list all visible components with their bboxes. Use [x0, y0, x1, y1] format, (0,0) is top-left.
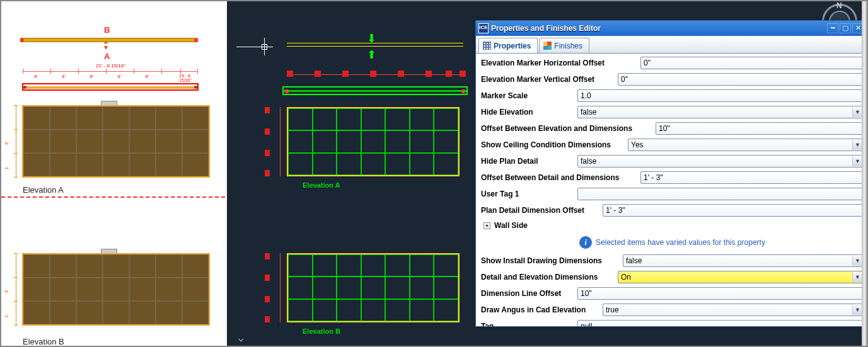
prop-label: Detail and Elevation Dimensions	[481, 273, 618, 282]
wall-side-group-label: Wall Side	[494, 221, 528, 230]
prop-label: Elevation Marker Horizontal Offset	[481, 59, 640, 67]
marker-scale-input[interactable]	[577, 89, 864, 102]
tag-input[interactable]	[577, 320, 864, 326]
dim-text-top: 21' - 8 15/16"	[96, 63, 125, 69]
ucs-icon	[236, 38, 274, 57]
elevation-marker-horizontal-offset-input[interactable]	[640, 57, 864, 69]
elevation-a-label: Elevation A	[23, 185, 64, 195]
properties-panel[interactable]: Elevation Marker Horizontal Offset Eleva…	[476, 54, 866, 326]
elevation-marker-vertical-offset-input[interactable]	[618, 73, 864, 86]
cad-elevation-b-label: Elevation B	[303, 327, 340, 335]
right-resize-handle[interactable]	[862, 1, 867, 347]
prop-label: Offset Between Detail and Dimensions	[481, 173, 640, 182]
prop-label: Plan Detail Dimension Offset	[481, 206, 603, 215]
cad-dimension-line[interactable]	[287, 71, 463, 82]
plan-beam	[20, 38, 198, 42]
marker-b-label: B	[104, 25, 110, 35]
show-ceiling-condition-select[interactable]: Yes▼	[628, 139, 864, 151]
prop-label: Tag	[481, 322, 577, 326]
prop-label: Offset Between Elevation and Dimensions	[481, 124, 656, 133]
section-divider	[1, 196, 225, 198]
window-titlebar[interactable]: ICE Properties and Finishes Editor ━ ▢ ✕	[476, 21, 866, 36]
chevron-down-icon: ▼	[852, 156, 862, 166]
draw-angus-cad-elevation-select[interactable]: true▼	[603, 304, 864, 316]
prop-label: Elevation Marker Vertical Offset	[481, 75, 618, 84]
tab-properties[interactable]: Properties	[478, 38, 538, 53]
prop-label: Show Install Drawing Dimensions	[481, 256, 623, 265]
prop-label: Hide Plan Detail	[481, 157, 577, 166]
marker-a-label: A	[104, 52, 110, 61]
app-icon: ICE	[478, 23, 489, 33]
prop-label: Hide Elevation	[481, 108, 577, 117]
beam-node-right	[194, 38, 198, 42]
viewport-controls-caret-icon[interactable]: ⌵	[238, 333, 243, 343]
maximize-button[interactable]: ▢	[840, 23, 851, 33]
elevation-a-grid[interactable]	[22, 105, 210, 178]
varied-values-info: i Selected items have varied values for …	[481, 232, 864, 253]
tab-finishes[interactable]: Finishes	[539, 38, 589, 53]
minimize-button[interactable]: ━	[827, 23, 838, 33]
expand-button[interactable]: +	[483, 222, 490, 229]
show-install-drawing-dimensions-select[interactable]: false▼	[623, 254, 864, 267]
beam-node-left	[20, 38, 24, 42]
properties-tab-icon	[483, 42, 491, 50]
tab-label: Properties	[494, 42, 531, 50]
elevation-b-grid[interactable]	[22, 253, 210, 326]
plan-row-selected[interactable]	[22, 83, 199, 91]
dimension-line-offset-input[interactable]	[577, 287, 864, 300]
chevron-down-icon: ▼	[852, 140, 862, 150]
offset-detail-dimensions-input[interactable]	[640, 171, 864, 184]
cad-elevation-a-label: Elevation A	[303, 181, 340, 189]
cad-arrow-down-icon: ⬇	[367, 31, 376, 45]
user-tag-1-input[interactable]	[577, 188, 864, 200]
cad-elevation-a-dims[interactable]	[265, 107, 284, 176]
window-title: Properties and Finishes Editor	[491, 24, 826, 33]
chevron-down-icon: ▼	[852, 107, 862, 117]
prop-label: Marker Scale	[481, 91, 577, 100]
prop-label: Show Ceiling Condition Dimensions	[481, 140, 628, 149]
cad-arrow-up-icon: ⬆	[367, 48, 376, 62]
prop-label: User Tag 1	[481, 190, 577, 198]
properties-editor-window: ICE Properties and Finishes Editor ━ ▢ ✕…	[475, 20, 867, 327]
preview-panel: B A ▾ ▾ 21' - 8 15/16" 4' 4' 4' 4' 4' 19…	[1, 1, 227, 346]
cad-elevation-b-grid[interactable]	[287, 253, 460, 322]
tab-label: Finishes	[554, 42, 582, 50]
cad-elevation-b-dims[interactable]	[265, 253, 284, 322]
info-text: Selected items have varied values for th…	[596, 238, 765, 247]
elevation-b-side-dims: 1' 3'	[3, 253, 21, 326]
compass-north-label: N	[836, 1, 842, 10]
prop-label: Dimension Line Offset	[481, 289, 577, 298]
detail-elevation-dimensions-select[interactable]: On▼	[618, 271, 864, 283]
editor-tabstrip: Properties Finishes	[476, 36, 866, 54]
offset-elevation-dimensions-input[interactable]	[656, 122, 864, 135]
cad-plan-row-selected[interactable]	[282, 86, 468, 95]
chevron-down-icon: ▼	[852, 272, 862, 282]
hide-elevation-select[interactable]: false▼	[577, 106, 864, 118]
chevron-down-icon: ▼	[852, 256, 862, 266]
hide-plan-detail-select[interactable]: false▼	[577, 155, 864, 168]
chevron-down-icon: ▼	[852, 305, 862, 315]
cad-elevation-a-grid[interactable]	[287, 107, 460, 176]
finishes-tab-icon	[543, 42, 552, 50]
elevation-a-side-dims: 1' 3'	[3, 105, 21, 178]
elevation-b-label: Elevation B	[23, 337, 64, 346]
prop-label: Draw Angus in Cad Elevation	[481, 305, 603, 314]
plan-detail-dimension-offset-input[interactable]	[603, 204, 864, 217]
info-icon: i	[579, 236, 592, 249]
